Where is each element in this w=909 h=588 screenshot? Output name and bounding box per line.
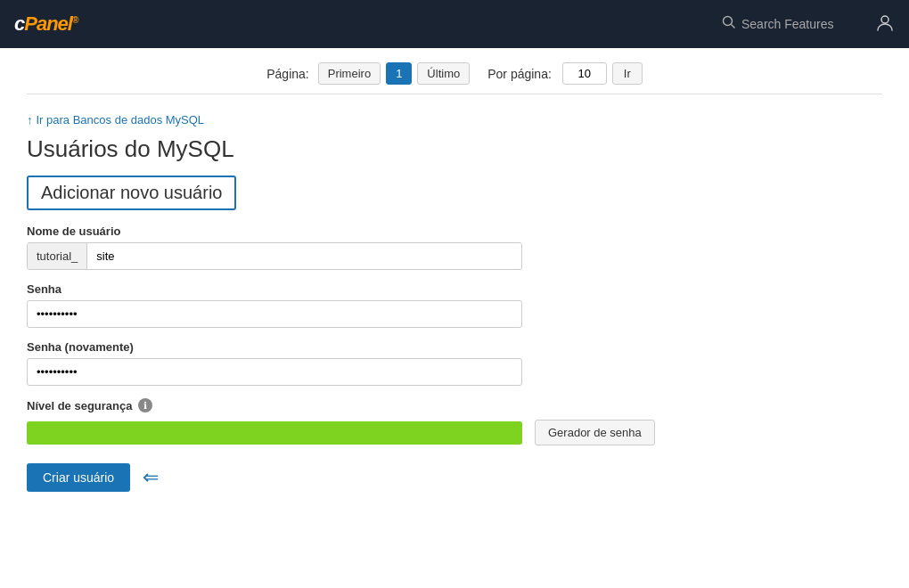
- breadcrumb-text: Ir para Bancos de dados MySQL: [37, 113, 205, 127]
- username-group: Nome de usuário tutorial_: [27, 225, 882, 270]
- back-arrow-icon[interactable]: ⇐: [143, 466, 159, 489]
- password-confirm-input[interactable]: [27, 358, 522, 386]
- security-label-row: Nível de segurança ℹ: [27, 398, 882, 412]
- username-prefix: tutorial_: [28, 243, 87, 269]
- last-page-button[interactable]: Último: [417, 62, 470, 85]
- password-confirm-label: Senha (novamente): [27, 340, 882, 354]
- breadcrumb-arrow: ↑: [27, 113, 33, 127]
- first-page-button[interactable]: Primeiro: [318, 62, 381, 85]
- username-label: Nome de usuário: [27, 225, 882, 238]
- svg-point-0: [724, 17, 733, 26]
- header-right: [722, 12, 895, 37]
- logo: cPanel®: [14, 12, 78, 36]
- page-title: Usuários do MySQL: [27, 135, 882, 163]
- svg-point-2: [881, 16, 889, 23]
- header: cPanel®: [0, 0, 909, 48]
- search-input[interactable]: [741, 17, 866, 31]
- password-strength-bar: Muito forte (100/100): [27, 421, 522, 445]
- progress-row: Muito forte (100/100) Gerador de senha: [27, 420, 882, 445]
- main-content: Página: Primeiro 1 Último Por página: Ir…: [0, 48, 909, 588]
- current-page-button[interactable]: 1: [386, 62, 412, 85]
- submit-row: Criar usuário ⇐: [27, 463, 882, 492]
- security-label-text: Nível de segurança: [27, 399, 133, 412]
- pagination-bar: Página: Primeiro 1 Último Por página: Ir: [27, 62, 882, 94]
- search-icon: [722, 15, 736, 33]
- create-user-button[interactable]: Criar usuário: [27, 463, 130, 492]
- svg-line-1: [732, 25, 735, 29]
- password-confirm-group: Senha (novamente): [27, 340, 882, 386]
- username-row: tutorial_: [27, 242, 522, 270]
- per-page-label: Por página:: [487, 67, 552, 81]
- logo-container: cPanel®: [14, 12, 78, 36]
- password-group: Senha: [27, 282, 882, 328]
- progress-bar-fill: [27, 421, 522, 445]
- username-input[interactable]: [87, 243, 521, 269]
- user-icon[interactable]: [875, 12, 895, 37]
- breadcrumb-link[interactable]: ↑ Ir para Bancos de dados MySQL: [27, 113, 204, 127]
- password-generator-button[interactable]: Gerador de senha: [535, 420, 655, 445]
- security-level-group: Nível de segurança ℹ Muito forte (100/10…: [27, 398, 882, 445]
- password-label: Senha: [27, 282, 882, 296]
- per-page-input[interactable]: [562, 62, 607, 85]
- password-input[interactable]: [27, 300, 522, 328]
- add-user-form: Nome de usuário tutorial_ Senha Senha (n…: [27, 225, 882, 492]
- go-button[interactable]: Ir: [612, 62, 643, 85]
- pagination-label: Página:: [266, 67, 308, 81]
- info-icon[interactable]: ℹ: [138, 398, 152, 412]
- search-container: [722, 15, 866, 33]
- section-heading: Adicionar novo usuário: [27, 176, 236, 210]
